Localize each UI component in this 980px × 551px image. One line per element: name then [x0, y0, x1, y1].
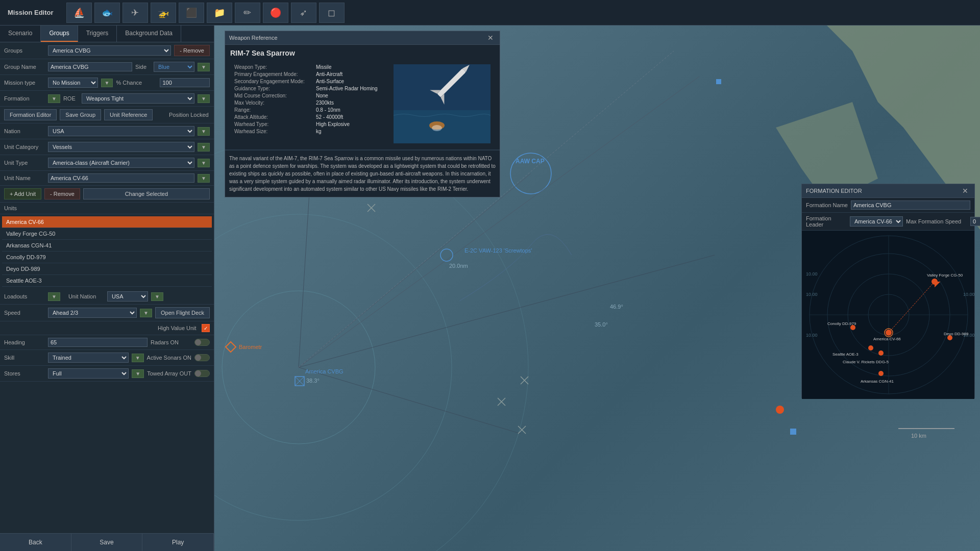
folder-icon-btn[interactable]: 📁	[207, 3, 232, 23]
svg-text:10.00: 10.00	[963, 292, 974, 297]
formation-leader-select[interactable]: America CV-66	[850, 216, 903, 227]
svg-line-10	[299, 367, 521, 434]
units-header: Units	[0, 203, 214, 214]
speed-arrow[interactable]: ▼	[140, 309, 152, 317]
hvu-checkbox[interactable]: ✓	[202, 324, 210, 332]
stores-select[interactable]: Full	[48, 368, 129, 379]
unit-category-arrow[interactable]: ▼	[198, 143, 210, 152]
mission-type-arrow[interactable]: ▼	[101, 79, 113, 87]
weapon-reference-close[interactable]: ✕	[485, 34, 496, 42]
remove-unit-btn[interactable]: - Remove	[44, 188, 80, 199]
play-btn[interactable]: Play	[142, 534, 214, 551]
unit-item-4[interactable]: Deyo DD-989	[2, 263, 212, 275]
formation-editor-title-bar: FORMATION EDITOR ✕	[802, 184, 974, 198]
eraser-icon-btn[interactable]: ◻	[319, 3, 345, 23]
active-sonars-label: Active Sonars ON	[147, 355, 191, 361]
skill-arrow[interactable]: ▼	[132, 354, 144, 362]
unit-item-0[interactable]: America CV-66	[2, 216, 212, 228]
unit-type-label: Unit Type	[4, 160, 45, 166]
aircraft-icon-btn[interactable]: ✈	[122, 3, 148, 23]
unit-item-2[interactable]: Arkansas CGN-41	[2, 240, 212, 252]
loadouts-arrow[interactable]: ▼	[48, 292, 60, 301]
unit-category-select[interactable]: Vessels	[48, 142, 194, 152]
skill-select[interactable]: Trained	[48, 353, 129, 363]
heading-input[interactable]	[48, 338, 148, 347]
groups-row: Groups America CVBG - Remove	[0, 42, 214, 59]
mission-type-select[interactable]: No Mission	[48, 78, 98, 88]
radars-toggle[interactable]	[194, 339, 210, 346]
formation-editor-btn[interactable]: Formation Editor	[4, 109, 57, 120]
hvu-label: High Value Unit	[158, 325, 199, 331]
speed-select[interactable]: Ahead 2/3	[48, 308, 137, 318]
svg-text:Seattle AOE-3: Seattle AOE-3	[832, 352, 859, 357]
svg-text:Deyo DD-989: Deyo DD-989	[944, 332, 969, 336]
speed-label: Speed	[4, 310, 45, 316]
open-flight-deck-btn[interactable]: Open Flight Deck	[155, 307, 210, 318]
group-name-row: Group Name Side Blue ▼	[0, 59, 214, 75]
svg-text:38.3°: 38.3°	[306, 378, 320, 384]
ship-icon-btn[interactable]: ⛵	[66, 3, 92, 23]
add-unit-btn[interactable]: + Add Unit	[4, 188, 41, 199]
unit-item-3[interactable]: Conolly DD-979	[2, 252, 212, 263]
unit-item-5[interactable]: Seattle AOE-3	[2, 275, 212, 287]
pointer-icon-btn[interactable]: 🔴	[263, 3, 288, 23]
chance-input[interactable]	[160, 78, 210, 87]
pencil-icon-btn[interactable]: ✏	[235, 3, 260, 23]
unit-nation-arrow[interactable]: ▼	[151, 292, 163, 301]
unit-type-row: Unit Type America-class (Aircraft Carrie…	[0, 155, 214, 171]
loadouts-row: Loadouts ▼ Unit Nation USA ▼	[0, 289, 214, 305]
unit-name-row: Unit Name ▼	[0, 171, 214, 186]
svg-point-67	[868, 345, 873, 350]
speed-row: Speed Ahead 2/3 ▼ Open Flight Deck	[0, 305, 214, 321]
nation-arrow[interactable]: ▼	[198, 127, 210, 136]
side-dropdown-arrow[interactable]: ▼	[198, 63, 210, 71]
main-tabs: Scenario Groups Triggers Background Data	[0, 26, 214, 42]
save-btn[interactable]: Save	[71, 534, 143, 551]
groups-select[interactable]: America CVBG	[48, 45, 171, 56]
formation-arrow[interactable]: ▼	[48, 94, 60, 103]
unit-reference-btn[interactable]: Unit Reference	[104, 109, 153, 120]
unit-type-icons: ⛵ 🐟 ✈ 🚁 ⬛ 📁 ✏ 🔴 ➶ ◻	[61, 3, 350, 23]
formation-editor: FORMATION EDITOR ✕ Formation Name Format…	[801, 184, 975, 398]
helicopter-icon-btn[interactable]: 🚁	[151, 3, 176, 23]
svg-text:Barometr: Barometr	[239, 344, 262, 350]
back-btn[interactable]: Back	[0, 534, 71, 551]
svg-marker-34	[226, 342, 236, 352]
formation-editor-close[interactable]: ✕	[960, 187, 970, 195]
side-select[interactable]: Blue	[154, 62, 194, 72]
tab-triggers[interactable]: Triggers	[78, 26, 117, 42]
change-selected-btn[interactable]: Change Selected	[83, 188, 210, 199]
submarine-icon-btn[interactable]: 🐟	[94, 3, 120, 23]
unit-item-1[interactable]: Valley Forge CG-50	[2, 228, 212, 240]
svg-text:10.00: 10.00	[806, 333, 818, 338]
unit-name-arrow[interactable]: ▼	[198, 174, 210, 183]
tab-scenario[interactable]: Scenario	[0, 26, 41, 42]
bottom-buttons: Back Save Play	[0, 533, 214, 551]
tab-background-data[interactable]: Background Data	[117, 26, 181, 42]
group-name-label: Group Name	[4, 64, 45, 70]
unit-nation-select[interactable]: USA	[107, 291, 148, 302]
formation-name-input[interactable]	[851, 201, 970, 210]
remove-group-btn[interactable]: - Remove	[174, 45, 210, 56]
roe-select[interactable]: Weapons Tight	[82, 93, 194, 104]
weapon-name: RIM-7 Sea Sparrow	[230, 49, 495, 57]
sonars-toggle[interactable]	[194, 354, 210, 361]
missile-icon-btn[interactable]: ➶	[291, 3, 316, 23]
svg-point-38	[776, 406, 784, 414]
max-speed-input[interactable]	[970, 217, 980, 226]
roe-arrow[interactable]: ▼	[198, 94, 210, 103]
unit-type-arrow[interactable]: ▼	[198, 159, 210, 167]
tank-icon-btn[interactable]: ⬛	[179, 3, 204, 23]
stores-arrow[interactable]: ▼	[132, 369, 144, 378]
svg-rect-37	[790, 429, 796, 435]
nation-select[interactable]: USA	[48, 126, 194, 136]
unit-name-input[interactable]	[48, 173, 194, 183]
tab-groups[interactable]: Groups	[41, 26, 78, 42]
save-group-btn[interactable]: Save Group	[60, 109, 101, 120]
towed-array-toggle[interactable]	[194, 370, 210, 377]
svg-rect-36	[716, 79, 721, 84]
loadouts-label: Loadouts	[4, 293, 45, 299]
group-name-input[interactable]	[48, 62, 132, 71]
unit-action-buttons: + Add Unit - Remove Change Selected	[0, 186, 214, 203]
unit-type-select[interactable]: America-class (Aircraft Carrier)	[48, 158, 194, 168]
